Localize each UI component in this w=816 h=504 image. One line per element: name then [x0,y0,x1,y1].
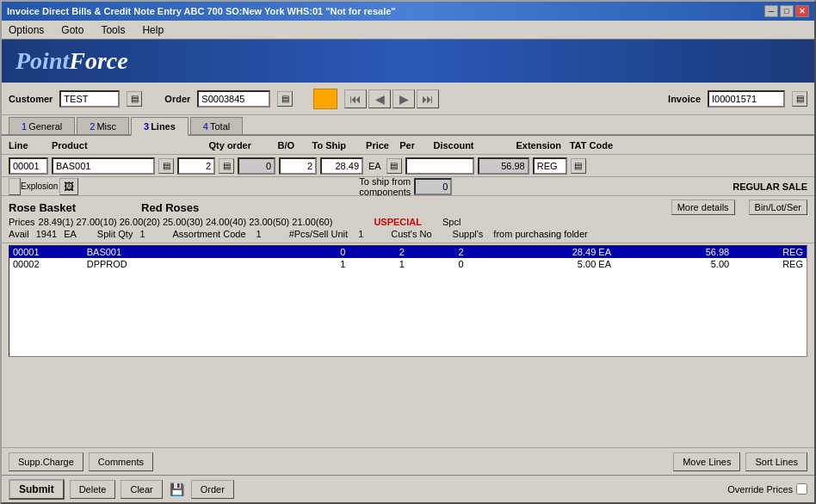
invoice-label: Invoice [668,94,701,104]
tab-general[interactable]: 1 General [9,117,75,134]
header-fields: Customer ▤ Order ▤ ⏮ ◀ ▶ ⏭ Invoice ▤ [2,83,814,115]
explosion-btn[interactable] [9,178,21,195]
nav-last-btn[interactable]: ⏭ [417,89,439,108]
more-details-btn[interactable]: More details [671,200,735,215]
extension-input[interactable] [478,157,529,175]
invoice-input[interactable] [708,90,785,108]
col-extension: Extension [492,140,561,151]
product-name1: Rose Basket [9,201,76,214]
col-price: Price [346,140,389,151]
assortment-value: 1 [257,229,262,239]
row1-price: 28.49 EA [467,246,615,258]
row1-tat: REG [733,246,807,258]
suppls-label: Suppl's [453,229,484,239]
product-lookup-btn[interactable]: ▤ [158,158,174,174]
sort-lines-btn[interactable]: Sort Lines [745,452,807,471]
row2-line: 00002 [9,258,83,270]
prices-label: Prices [9,217,35,227]
nav-first-btn[interactable]: ⏮ [344,89,367,108]
comments-btn[interactable]: Comments [89,452,153,471]
components-input[interactable] [414,178,452,195]
move-lines-btn[interactable]: Move Lines [673,452,740,471]
column-headers: Line Product Qty order B/O To Ship Price… [2,136,814,155]
menu-tools[interactable]: Tools [97,22,128,38]
customer-input[interactable] [59,90,120,108]
order-lookup-btn[interactable]: ▤ [277,91,293,107]
override-prices-area: Override Prices [727,483,807,495]
title-bar: Invoice Direct Bills & Credit Note Entry… [2,2,814,21]
tat-code-input[interactable] [533,157,567,175]
table-row[interactable]: 00001 BAS001 0 2 2 28.49 EA 56.98 REG [9,246,807,258]
menu-help[interactable]: Help [139,22,167,38]
logo-area: PointForce [2,40,814,83]
bottom-bar-1: Supp.Charge Comments Move Lines Sort Lin… [2,447,814,475]
to-ship-input[interactable] [279,157,317,175]
clear-btn[interactable]: Clear [121,480,162,499]
menu-options[interactable]: Options [5,22,47,38]
row1-to-ship: 2 [349,246,408,258]
qty-lookup-btn[interactable]: ▤ [219,158,234,174]
regular-sale: REGULAR SALE [733,181,807,192]
nav-buttons: ⏮ ◀ ▶ ⏭ [344,89,439,108]
avail-value: 1941 [36,229,57,239]
logo: PointForce [15,47,128,75]
submit-btn[interactable]: Submit [9,479,65,500]
tat-lookup-btn[interactable]: ▤ [571,158,586,174]
spacer-area [2,359,814,447]
nav-prev-btn[interactable]: ◀ [368,89,391,108]
row2-price: 5.00 EA [467,258,615,270]
line-input[interactable] [9,157,48,175]
table-row[interactable]: 00002 DPPROD 1 1 0 5.00 EA 5.00 REG [9,258,807,270]
tab-misc[interactable]: 2 Misc [77,117,129,134]
floppy-icon: 💾 [170,482,184,496]
menu-goto[interactable]: Goto [58,22,87,38]
prices-values: 28.49(1) 27.00(10) 26.00(20) 25.00(30) 2… [39,217,333,227]
to-ship-from-label: To ship fromcomponents [359,176,411,197]
customer-lookup-btn[interactable]: ▤ [127,91,142,107]
tab-lines[interactable]: 3 Lines [131,117,189,136]
pcs-sell-label: #Pcs/Sell Unit [289,229,348,239]
nav-next-btn[interactable]: ▶ [393,89,415,108]
sub-row: Explosion 🖼 To ship fromcomponents REGUL… [2,177,814,196]
close-btn[interactable]: ✕ [795,5,809,17]
delete-btn[interactable]: Delete [70,480,116,499]
orange-indicator [313,89,337,109]
qty-order-input[interactable] [177,157,215,175]
discount-input[interactable] [405,157,474,175]
col-bo: B/O [251,140,294,151]
order-label: Order [164,94,190,104]
row1-bo: 0 [261,246,349,258]
image-btn[interactable]: 🖼 [59,178,78,195]
pcs-sell-value: 1 [358,229,363,239]
product-info-panel: Rose Basket Red Roses More details Bin/L… [2,196,814,243]
override-prices-label: Override Prices [727,484,793,495]
line-entry-row: ▤ ▤ EA ▤ ▤ [2,155,814,177]
row1-to-ship2: 2 [408,246,467,258]
col-tat-code: TAT Code [561,140,613,151]
col-discount: Discount [415,140,492,151]
override-prices-checkbox[interactable] [796,483,807,495]
customer-label: Customer [9,94,53,104]
per-lookup-btn[interactable]: ▤ [386,158,402,174]
price-input[interactable] [320,157,363,175]
explosion-label: Explosion [21,181,58,191]
bo-input[interactable] [238,157,275,175]
lines-table: 00001 BAS001 0 2 2 28.49 EA 56.98 REG 00… [9,246,807,270]
order-input[interactable] [197,90,270,108]
order-btn[interactable]: Order [191,480,234,499]
minimize-btn[interactable]: ─ [764,5,778,17]
menu-bar: Options Goto Tools Help [2,21,814,40]
bin-lot-btn[interactable]: Bin/Lot/Ser [749,200,807,215]
invoice-lookup-btn[interactable]: ▤ [792,91,807,107]
custs-no-label: Cust's No [391,229,431,239]
col-product: Product [52,140,189,151]
suppls-value: from purchasing folder [493,229,587,239]
window-title: Invoice Direct Bills & Credit Note Entry… [7,6,396,16]
tab-total[interactable]: 4 Total [190,117,243,134]
col-qty-order: Qty order [189,140,251,151]
restore-btn[interactable]: □ [780,5,794,17]
supp-charge-btn[interactable]: Supp.Charge [9,452,83,471]
product-input[interactable] [52,157,155,175]
col-line: Line [9,140,52,151]
bottom-bar-2: Submit Delete Clear 💾 Order Override Pri… [2,475,814,502]
